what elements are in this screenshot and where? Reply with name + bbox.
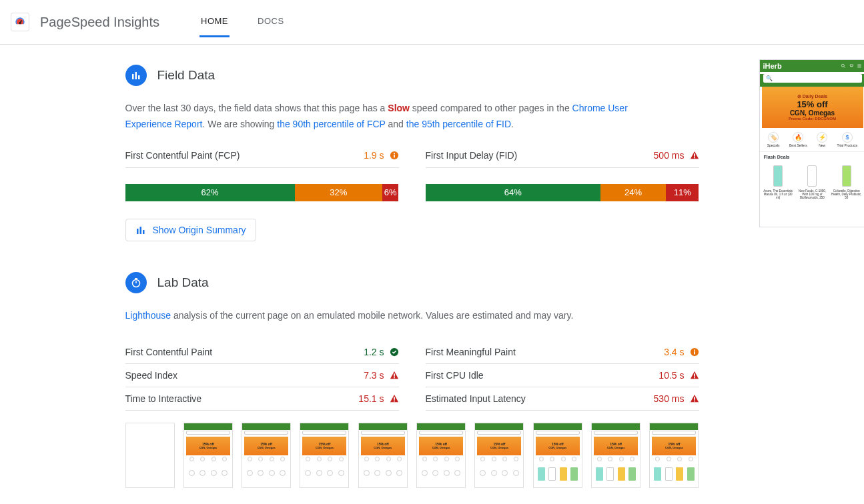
warning-triangle-icon (390, 371, 399, 380)
fid-value-text: 500 ms (654, 150, 685, 161)
ss-discount: 15% off (797, 99, 827, 109)
fcp-percentile-link[interactable]: the 90th percentile of FCP (277, 119, 385, 129)
ss-promo-code: Promo Code: DDCGNOM (789, 117, 836, 121)
ss-products: Acure, The Essentials Marula Oil, 1 fl o… (760, 162, 865, 200)
product-image (802, 162, 822, 190)
lab-metric-row[interactable]: First CPU Idle10.5 s (426, 364, 699, 387)
lab-metric-name: Time to Interactive (125, 393, 202, 404)
ss-logo: iHerb (763, 62, 838, 70)
lab-metric-name: First Contentful Paint (125, 347, 213, 357)
lab-metric-row[interactable]: First Contentful Paint1.2 s (125, 341, 399, 364)
svg-rect-11 (694, 157, 695, 158)
svg-rect-28 (694, 377, 695, 379)
product-image (837, 162, 857, 190)
product-text: Now Foods, C-1000, With 100 mg of Biofla… (796, 190, 829, 200)
intro-pre: Over the last 30 days, the field data sh… (125, 103, 388, 113)
fcp-slow-segment: 6% (382, 184, 399, 201)
svg-rect-25 (694, 350, 695, 351)
lighthouse-link[interactable]: Lighthouse (125, 310, 171, 321)
product-image (768, 162, 788, 190)
fcp-avg-segment: 32% (295, 184, 382, 201)
fcp-value: 1.9 s (364, 150, 398, 161)
svg-rect-26 (694, 352, 695, 355)
ss-product: Acure, The Essentials Marula Oil, 1 fl o… (762, 162, 795, 200)
fcp-fast-segment: 62% (125, 184, 295, 201)
lab-metric-row[interactable]: Estimated Input Latency530 ms (426, 387, 699, 411)
lab-metric-name: First CPU Idle (426, 370, 484, 381)
menu-icon (857, 63, 862, 69)
search-icon (841, 63, 846, 69)
filmstrip-frame (125, 423, 175, 488)
lab-metric-value: 3.4 s (664, 347, 699, 357)
fid-slow-segment: 11% (666, 184, 699, 201)
field-data-title: Field Data (157, 68, 215, 83)
lab-metric-name: Estimated Input Latency (426, 393, 526, 404)
category-icon: 🔥 (793, 132, 803, 143)
lab-metric-value: 530 ms (654, 393, 699, 404)
lab-metric-name: Speed Index (125, 370, 178, 381)
svg-rect-23 (394, 401, 395, 402)
lab-intro: Lighthouse analysis of the current page … (125, 308, 673, 324)
ss-category: 🔥Best Sellers (789, 132, 807, 147)
category-label: Specials (767, 144, 780, 147)
filmstrip-frame: 15% offCGN, Omegas (474, 423, 524, 488)
svg-rect-29 (694, 397, 695, 400)
warning-triangle-icon (690, 394, 699, 403)
info-circle-icon (690, 347, 699, 357)
svg-rect-20 (394, 374, 395, 377)
filmstrip-frame: 15% offCGN, Omegas (591, 423, 640, 488)
category-label: New (819, 144, 825, 147)
filmstrip-frame: 15% offCGN, Omegas (649, 423, 699, 488)
lab-metric-value: 1.2 s (364, 347, 398, 357)
lab-metric-value: 7.3 s (364, 370, 398, 381)
svg-rect-12 (137, 229, 139, 234)
fid-avg-segment: 24% (600, 184, 666, 201)
lab-metric-value: 10.5 s (659, 370, 699, 381)
svg-rect-13 (139, 227, 141, 234)
category-label: Trial Products (837, 144, 858, 147)
category-icon: ⚡ (817, 132, 827, 143)
fid-value: 500 ms (654, 150, 699, 161)
lab-metric-row[interactable]: First Meaningful Paint3.4 s (426, 341, 699, 364)
ss-categories: 🏷️Specials🔥Best Sellers⚡New$Trial Produc… (760, 128, 865, 152)
ss-deal-banner: ⊘ Daily Deals 15% off CGN, Omegas Promo … (762, 87, 863, 128)
ss-category: 🏷️Specials (767, 132, 780, 147)
intro-mid: speed compared to other pages in the (410, 103, 572, 113)
ss-category: $Trial Products (837, 132, 858, 147)
warning-triangle-icon (690, 151, 699, 160)
lab-metric-value: 15.1 s (358, 393, 398, 404)
lab-intro-text: analysis of the current page on an emula… (171, 310, 573, 321)
app-title: PageSpeed Insights (40, 15, 159, 30)
gauge-icon (13, 15, 27, 29)
app-logo (11, 13, 29, 31)
svg-rect-9 (394, 155, 395, 157)
filmstrip-frame: 15% offCGN, Omegas (300, 423, 349, 488)
fcp-name: First Contentful Paint (FCP) (125, 150, 240, 161)
ss-subtitle: CGN, Omegas (790, 109, 835, 117)
ss-product: Now Foods, C-1000, With 100 mg of Biofla… (796, 162, 829, 200)
svg-rect-6 (138, 75, 140, 79)
search-icon: 🔍 (766, 75, 773, 81)
lab-metric-row[interactable]: Time to Interactive15.1 s (125, 387, 399, 411)
filmstrip: 15% offCGN, Omegas15% offCGN, Omegas15% … (125, 423, 699, 488)
product-text: Acure, The Essentials Marula Oil, 1 fl o… (762, 190, 795, 200)
fcp-column: First Contentful Paint (FCP) 1.9 s 62% 3… (125, 150, 399, 201)
intro-and: and (386, 119, 406, 129)
fid-percentile-link[interactable]: the 95th percentile of FID (406, 119, 511, 129)
ss-daily-deals: ⊘ Daily Deals (797, 94, 827, 99)
svg-rect-14 (143, 230, 145, 234)
show-origin-summary-button[interactable]: Show Origin Summary (125, 219, 256, 241)
svg-rect-4 (132, 74, 134, 79)
svg-line-3 (844, 67, 845, 68)
lab-metric-row[interactable]: Speed Index7.3 s (125, 364, 399, 387)
svg-rect-8 (394, 153, 395, 154)
svg-rect-5 (135, 72, 137, 79)
category-icon: $ (842, 132, 853, 143)
svg-rect-30 (694, 401, 695, 402)
ss-section-label: Flash Deals (760, 152, 865, 162)
filmstrip-frame: 15% offCGN, Omegas (416, 423, 466, 488)
page-screenshot: iHerb 🔍 ⊘ Daily Deals 15% off CGN, Omega… (759, 59, 865, 227)
tab-docs[interactable]: DOCS (256, 7, 286, 37)
tab-home[interactable]: HOME (199, 7, 230, 37)
fid-fast-segment: 64% (426, 184, 600, 201)
